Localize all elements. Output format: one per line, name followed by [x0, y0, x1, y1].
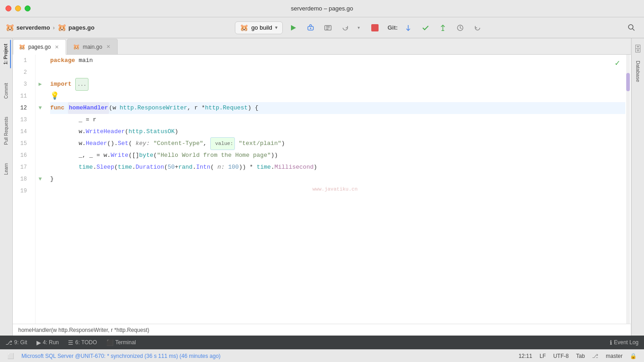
run-config-icon: 🐹: [240, 24, 249, 32]
line-num-13: 13: [17, 114, 31, 126]
status-db-info[interactable]: Microsoft SQL Server @UNIT-670: * synchr…: [21, 353, 221, 359]
line-num-19: 19: [17, 185, 31, 197]
coverage-button[interactable]: [321, 21, 335, 35]
line-numbers: 1 2 3 11 12 13 14 15 16 17 18 19: [13, 55, 36, 324]
lock-icon: 🔒: [630, 353, 637, 359]
right-sidebar-top: 🗄 Database: [634, 38, 642, 86]
code-line-12: func homeHandler(w http.ResponseWriter, …: [50, 102, 625, 114]
line-num-15: 15: [17, 138, 31, 150]
tab-icon-main: 🐹: [73, 44, 80, 50]
git-history-button[interactable]: [453, 21, 467, 35]
fold-icon-end[interactable]: ▼: [38, 173, 42, 185]
code-line-15: w.Header().Set( key: "Content-Type", val…: [50, 138, 625, 150]
line-num-18: 18: [17, 173, 31, 185]
run-config-dropdown-icon: ▾: [275, 25, 278, 31]
fold-icon-import[interactable]: ▶: [38, 78, 42, 90]
status-encoding[interactable]: UTF-8: [553, 353, 569, 359]
status-time: 12:11: [519, 353, 532, 359]
close-button[interactable]: [5, 5, 11, 11]
line-num-2: 2: [17, 67, 31, 78]
git-panel-button[interactable]: ⎇ 9: Git: [5, 339, 27, 346]
run-panel-button[interactable]: ▶ 4: Run: [36, 339, 59, 346]
right-sidebar: 🗄 Database: [631, 38, 644, 336]
tab-pages-go[interactable]: 🐹 pages.go ✕: [13, 39, 66, 55]
code-content[interactable]: ✓ package main import ... 💡: [45, 55, 625, 324]
code-editor[interactable]: 1 2 3 11 12 13 14 15 16 17 18 19: [13, 55, 631, 324]
line-num-11: 11: [17, 90, 31, 102]
file-name[interactable]: pages.go: [68, 24, 94, 31]
status-bar: ⬜ Microsoft SQL Server @UNIT-670: * sync…: [0, 349, 644, 362]
maximize-button[interactable]: [25, 5, 31, 11]
code-line-17: time.Sleep(time.Duration(50+rand.Intn( n…: [50, 161, 625, 173]
scrollbar-thumb[interactable]: [626, 73, 630, 91]
toolbar: 🐹 serverdemo › 🐹 pages.go 🐹 go build ▾: [0, 17, 644, 38]
todo-panel-icon: ☰: [68, 339, 73, 346]
left-sidebar: 1: Project Commit Pull Requests Learn: [0, 38, 13, 336]
window-title: serverdemo – pages.go: [291, 5, 353, 12]
sidebar-item-pull-requests[interactable]: Pull Requests: [2, 113, 10, 149]
todo-panel-button[interactable]: ☰ 6: TODO: [68, 339, 97, 346]
code-line-19: [50, 185, 625, 197]
code-line-13: _ = r: [50, 114, 625, 126]
line-num-1: 1: [17, 55, 31, 67]
todo-panel-label: 6: TODO: [75, 339, 97, 346]
code-line-16: _, _ = w.Write([]byte("Hello World from …: [50, 150, 625, 161]
code-line-11: 💡: [50, 90, 625, 102]
search-button[interactable]: [625, 21, 639, 35]
line-num-14: 14: [17, 126, 31, 138]
git-revert-button[interactable]: [471, 21, 484, 35]
sidebar-item-project[interactable]: 1: Project: [1, 40, 11, 68]
tab-main-go[interactable]: 🐹 main.go ✕: [67, 39, 118, 54]
fold-icon-func[interactable]: ▼: [38, 102, 42, 114]
line-num-12: 12: [17, 102, 31, 114]
run-button[interactable]: [286, 21, 300, 35]
project-name[interactable]: serverdemo: [16, 24, 50, 31]
reload-dropdown-icon[interactable]: ▾: [352, 21, 366, 35]
gutter: ▶ ▼ ▼: [36, 55, 45, 324]
code-line-3: import ...: [50, 78, 625, 90]
status-line-ending[interactable]: LF: [540, 353, 546, 359]
git-update-button[interactable]: [401, 21, 415, 35]
code-line-18: }: [50, 173, 625, 185]
event-log-button[interactable]: ℹ Event Log: [610, 339, 639, 346]
run-panel-label: 4: Run: [43, 339, 59, 346]
file-icon: 🐹: [57, 23, 67, 32]
minimize-button[interactable]: [15, 5, 21, 11]
line-num-3: 3: [17, 78, 31, 90]
status-indentation[interactable]: Tab: [576, 353, 585, 359]
lightbulb-icon: 💡: [50, 90, 59, 102]
line-num-16: 16: [17, 150, 31, 161]
tab-close-main-go[interactable]: ✕: [105, 43, 112, 50]
database-icon: 🗄: [634, 42, 642, 57]
database-panel-label[interactable]: Database: [635, 57, 641, 86]
scrollbar-track[interactable]: [626, 55, 630, 324]
stop-button[interactable]: [371, 24, 379, 31]
tab-close-pages-go[interactable]: ✕: [53, 44, 60, 51]
sidebar-item-learn[interactable]: Learn: [2, 160, 10, 179]
run-config-selector[interactable]: 🐹 go build ▾: [235, 21, 283, 34]
event-log-label: Event Log: [614, 339, 639, 346]
terminal-button[interactable]: ⬛ Terminal: [106, 339, 136, 346]
reload-button[interactable]: [338, 21, 352, 35]
terminal-label: Terminal: [115, 339, 136, 346]
git-push-button[interactable]: [436, 21, 450, 35]
git-panel-label: 9: Git: [14, 339, 27, 346]
git-panel-icon: ⎇: [5, 339, 12, 346]
code-line-14: w.WriteHeader(http.StatusOK): [50, 126, 625, 138]
terminal-icon: ⬛: [106, 339, 114, 346]
status-branch[interactable]: master: [606, 353, 623, 359]
status-sync-icon: ⬜: [7, 353, 14, 359]
code-line-1: package main: [50, 55, 625, 67]
svg-point-4: [628, 25, 633, 29]
run-panel-icon: ▶: [36, 339, 41, 346]
sidebar-item-commit[interactable]: Commit: [2, 79, 10, 102]
git-branch-icon: ⎇: [592, 353, 598, 359]
code-line-2: [50, 67, 625, 78]
debug-button[interactable]: [304, 21, 317, 35]
project-icon: 🐹: [5, 23, 15, 32]
breadcrumb: 🐹 serverdemo › 🐹 pages.go: [5, 23, 94, 32]
svg-point-1: [310, 27, 311, 29]
git-commit-button[interactable]: [419, 21, 432, 35]
title-bar: serverdemo – pages.go: [0, 0, 644, 17]
line-num-17: 17: [17, 161, 31, 173]
